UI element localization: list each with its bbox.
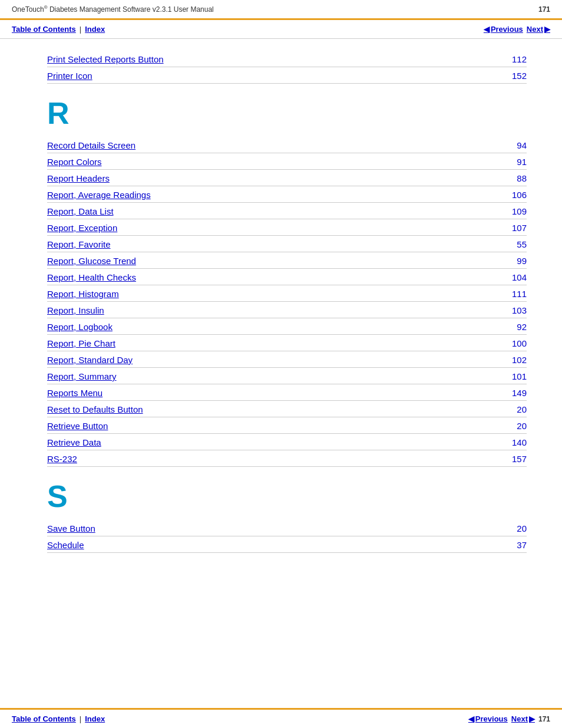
prev-arrow-icon-bottom: ◀ [468,714,474,723]
top-bar: OneTouch® Diabetes Management Software v… [0,0,562,20]
entry-print-selected: Print Selected Reports Button 112 [47,51,527,67]
entry-printer-icon: Printer Icon 152 [47,67,527,84]
r-entries: Record Details Screen 94 Report Colors 9… [47,137,527,467]
entry-report-histogram: Report, Histogram 111 [47,285,527,302]
entry-page: 157 [503,454,527,464]
entry-page: 92 [503,322,527,332]
entry-report-colors: Report Colors 91 [47,153,527,170]
index-entries: Print Selected Reports Button 112 Printe… [47,51,527,553]
entry-page: 101 [503,371,527,381]
entry-page: 94 [503,140,527,150]
entry-label[interactable]: Report, Insulin [47,305,104,315]
entry-report-average: Report, Average Readings 106 [47,186,527,203]
entry-page: 99 [503,256,527,266]
entry-page: 55 [503,239,527,249]
entry-record-details: Record Details Screen 94 [47,137,527,153]
entry-label[interactable]: Schedule [47,540,84,550]
title-rest: Diabetes Management Software v2.3.1 User… [48,5,214,14]
entry-label[interactable]: Reset to Defaults Button [47,404,143,414]
entry-label[interactable]: Report, Summary [47,371,117,381]
entry-report-health-checks: Report, Health Checks 104 [47,269,527,285]
entry-label[interactable]: Retrieve Data [47,437,101,447]
entry-report-pie-chart: Report, Pie Chart 100 [47,335,527,351]
entry-page: 88 [503,173,527,183]
entry-report-standard-day: Report, Standard Day 102 [47,351,527,368]
prev-arrow-icon: ◀ [484,25,490,34]
index-link-top[interactable]: Index [85,25,105,34]
nav-separator-top: | [80,25,81,34]
entry-label[interactable]: Report, Health Checks [47,272,136,282]
entry-label[interactable]: Retrieve Button [47,421,108,431]
entry-label[interactable]: Printer Icon [47,71,92,81]
document-title: OneTouch® Diabetes Management Software v… [12,5,214,14]
entry-retrieve-data: Retrieve Data 140 [47,434,527,450]
entry-label[interactable]: Report, Favorite [47,239,111,249]
entry-label[interactable]: Report, Standard Day [47,355,133,365]
entry-report-insulin: Report, Insulin 103 [47,302,527,318]
entry-label[interactable]: Report, Data List [47,206,114,216]
previous-link-bottom[interactable]: ◀ Previous [468,714,508,723]
entry-reset-defaults: Reset to Defaults Button 20 [47,401,527,417]
entry-page: 106 [503,190,527,200]
page-number-top: 171 [538,5,550,14]
title-text: OneTouch [12,5,44,14]
next-label-top: Next [527,25,543,34]
entry-label[interactable]: Print Selected Reports Button [47,54,164,64]
next-arrow-icon: ▶ [544,25,550,34]
entry-page: 149 [503,388,527,398]
entry-label[interactable]: Report, Glucose Trend [47,256,136,266]
entry-report-exception: Report, Exception 107 [47,219,527,236]
entry-report-datalist: Report, Data List 109 [47,203,527,219]
entry-reports-menu: Reports Menu 149 [47,384,527,401]
entry-report-headers: Report Headers 88 [47,170,527,186]
entry-label[interactable]: Report, Pie Chart [47,338,115,348]
nav-right-top: ◀ Previous Next ▶ [484,25,550,34]
toc-link-top[interactable]: Table of Contents [12,25,76,34]
entry-page: 100 [503,338,527,348]
next-link-bottom[interactable]: Next ▶ [511,714,535,723]
previous-link-top[interactable]: ◀ Previous [484,25,523,34]
index-link-bottom[interactable]: Index [85,714,105,723]
entry-label[interactable]: Report Colors [47,157,102,167]
entry-schedule: Schedule 37 [47,536,527,553]
section-s-letter: S [47,479,527,514]
entry-report-favorite: Report, Favorite 55 [47,236,527,252]
entry-report-glucose-trend: Report, Glucose Trend 99 [47,252,527,269]
page-number-bottom: 171 [538,715,550,723]
next-label-bottom: Next [511,714,528,723]
section-r-letter: R [47,95,527,131]
entry-page: 112 [503,54,527,64]
entry-label[interactable]: RS-232 [47,454,77,464]
entry-label[interactable]: Record Details Screen [47,140,135,150]
toc-link-bottom[interactable]: Table of Contents [12,714,76,723]
bottom-nav-right: ◀ Previous Next ▶ 171 [468,714,550,723]
pre-r-entries: Print Selected Reports Button 112 Printe… [47,51,527,84]
entry-label[interactable]: Report, Average Readings [47,190,151,200]
nav-left: Table of Contents | Index [12,25,105,34]
entry-page: 20 [503,421,527,431]
entry-page: 107 [503,223,527,233]
entry-report-summary: Report, Summary 101 [47,368,527,384]
entry-page: 20 [503,404,527,414]
entry-rs232: RS-232 157 [47,450,527,467]
bottom-nav-left: Table of Contents | Index [12,714,105,723]
entry-page: 37 [503,540,527,550]
entry-label[interactable]: Save Button [47,523,95,533]
entry-label[interactable]: Reports Menu [47,388,103,398]
top-nav-bar: Table of Contents | Index ◀ Previous Nex… [0,20,562,39]
entry-label[interactable]: Report, Logbook [47,322,113,332]
entry-page: 109 [503,206,527,216]
entry-page: 140 [503,437,527,447]
next-link-top[interactable]: Next ▶ [527,25,550,34]
s-entries: Save Button 20 Schedule 37 [47,520,527,553]
entry-label[interactable]: Report, Exception [47,223,117,233]
entry-retrieve-button: Retrieve Button 20 [47,417,527,434]
entry-label[interactable]: Report, Histogram [47,289,119,299]
entry-save-button: Save Button 20 [47,520,527,536]
main-content: Print Selected Reports Button 112 Printe… [0,39,562,600]
entry-page: 20 [503,523,527,533]
entry-label[interactable]: Report Headers [47,173,110,183]
entry-page: 102 [503,355,527,365]
entry-page: 152 [503,71,527,81]
previous-label-top: Previous [491,25,523,34]
